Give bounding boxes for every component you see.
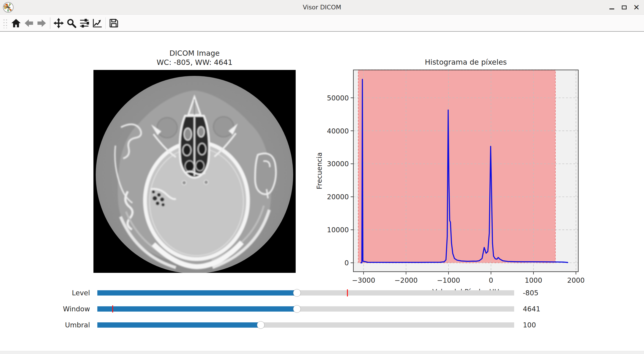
y-tick-label: 50000 [327,94,349,102]
pixel-histogram-chart[interactable]: −3000−2000−10000100020000100002000030000… [312,62,591,300]
ct-scan-image[interactable] [94,70,296,273]
window-slider-fill [97,306,297,312]
umbral-slider-label: Umbral [32,321,90,329]
toolbar-separator [50,18,50,29]
close-button[interactable]: ✕ [633,4,640,11]
level-slider-label: Level [32,289,90,297]
minimize-icon [610,9,614,10]
titlebar[interactable]: Visor DICOM ✕ [0,0,644,15]
x-tick-label: −3000 [352,276,375,284]
y-axis-label: Frecuencia [315,152,323,189]
configure-subplots-button[interactable] [78,16,91,30]
level-slider-row: Level -805 [0,289,644,297]
magnifier-icon [66,18,76,28]
window-slider-handle[interactable] [293,305,301,313]
navigation-toolbar [0,15,644,32]
pan-move-icon [54,18,64,28]
dicom-image-title: DICOM Image WC: -805, WW: 4641 [94,49,296,67]
save-button[interactable] [108,16,120,30]
save-floppy-icon [109,18,119,28]
window-slider-init-marker [112,305,113,312]
umbral-slider-value: 100 [523,321,582,329]
maximize-icon [622,6,626,10]
x-tick-label: −1000 [437,276,460,284]
sliders-icon [79,18,89,28]
window-slider-label: Window [32,305,90,313]
y-tick-label: 0 [344,259,349,267]
y-tick-label: 40000 [327,127,349,135]
edit-parameters-button[interactable] [91,16,104,30]
pan-button[interactable] [52,16,65,30]
dicom-image-title-line1: DICOM Image [94,49,296,58]
toolbar-separator [105,18,106,29]
level-slider-value: -805 [523,289,582,297]
x-tick-label: 1000 [525,276,542,284]
home-icon [11,18,21,28]
umbral-slider[interactable] [97,322,514,328]
level-slider[interactable] [97,290,514,295]
window-bottom-edge [0,351,644,354]
back-arrow-icon [24,18,34,28]
back-button[interactable] [22,16,35,30]
minimize-button[interactable] [608,4,615,11]
close-icon: ✕ [633,4,640,11]
umbral-slider-row: Umbral 100 [0,321,644,329]
x-tick-label: −2000 [394,276,418,284]
toolbar-grip-handle[interactable] [2,18,7,28]
home-button[interactable] [10,16,22,30]
forward-button[interactable] [35,16,48,30]
umbral-slider-handle[interactable] [257,321,264,329]
y-tick-label: 30000 [327,160,349,168]
level-slider-handle[interactable] [293,289,301,297]
window-title: Visor DICOM [0,4,644,11]
dicom-image-title-line2: WC: -805, WW: 4641 [94,58,296,67]
line-chart-icon [92,18,102,28]
maximize-button[interactable] [621,4,628,11]
y-tick-label: 10000 [327,226,349,234]
window-range-region [358,70,555,263]
zoom-button[interactable] [65,16,78,30]
level-slider-init-marker [347,289,348,296]
window-slider[interactable] [97,306,514,312]
level-slider-fill [97,290,297,295]
x-tick-label: 2000 [567,276,585,284]
window-slider-value: 4641 [523,305,582,313]
x-tick-label: 0 [489,276,493,284]
umbral-slider-fill [97,322,260,328]
forward-arrow-icon [37,18,47,28]
y-tick-label: 20000 [327,193,349,201]
window-slider-row: Window 4641 [0,305,644,313]
